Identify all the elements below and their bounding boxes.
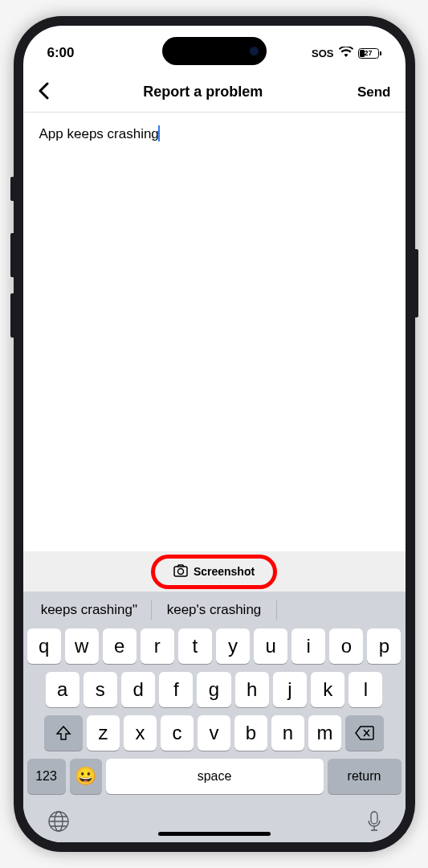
- key-emoji[interactable]: 😀: [70, 759, 102, 794]
- dynamic-island: [162, 37, 267, 65]
- problem-text-input[interactable]: App keeps crashing: [39, 125, 160, 142]
- key-u[interactable]: u: [254, 628, 287, 664]
- svg-point-1: [177, 568, 183, 574]
- battery-percent: 27: [364, 49, 372, 57]
- screenshot-toolbar: Screenshot: [23, 551, 406, 592]
- page-title: Report a problem: [143, 84, 263, 100]
- keyboard-footer: [23, 802, 406, 836]
- home-indicator[interactable]: [158, 832, 271, 836]
- key-space[interactable]: space: [106, 759, 324, 794]
- key-123[interactable]: 123: [27, 759, 66, 794]
- key-c[interactable]: c: [161, 715, 194, 751]
- key-row-3: z x c v b n m: [23, 715, 406, 751]
- silent-switch: [10, 177, 14, 201]
- key-delete[interactable]: [345, 715, 384, 751]
- key-q[interactable]: q: [27, 628, 61, 664]
- front-camera: [250, 47, 259, 55]
- key-m[interactable]: m: [308, 715, 341, 751]
- problem-description-area[interactable]: App keeps crashing: [23, 113, 406, 551]
- navigation-bar: Report a problem Send: [23, 72, 406, 113]
- key-j[interactable]: j: [273, 672, 307, 707]
- key-v[interactable]: v: [198, 715, 230, 751]
- key-n[interactable]: n: [271, 715, 304, 751]
- key-o[interactable]: o: [329, 628, 363, 664]
- key-h[interactable]: h: [235, 672, 269, 707]
- key-return[interactable]: return: [328, 759, 402, 794]
- suggestion-2[interactable]: keep's crashing: [152, 602, 276, 618]
- globe-icon[interactable]: [47, 810, 70, 836]
- key-f[interactable]: f: [159, 672, 193, 707]
- screenshot-button[interactable]: Screenshot: [159, 559, 269, 585]
- phone-screen: 6:00 SOS 27 Report a problem: [23, 26, 406, 842]
- key-e[interactable]: e: [103, 628, 137, 664]
- key-k[interactable]: k: [311, 672, 344, 707]
- power-button: [415, 249, 418, 317]
- battery-indicator: 27: [358, 48, 381, 59]
- key-s[interactable]: s: [84, 672, 117, 707]
- key-l[interactable]: l: [349, 672, 382, 707]
- back-button[interactable]: [38, 82, 49, 103]
- send-button[interactable]: Send: [357, 84, 391, 100]
- key-p[interactable]: p: [367, 628, 401, 664]
- text-cursor: [158, 125, 160, 141]
- volume-down-button: [10, 293, 14, 338]
- key-x[interactable]: x: [124, 715, 157, 751]
- status-time: 6:00: [47, 45, 75, 61]
- suggestion-1[interactable]: keeps crashing": [27, 602, 152, 618]
- key-a[interactable]: a: [46, 672, 79, 707]
- key-g[interactable]: g: [197, 672, 230, 707]
- mic-icon[interactable]: [367, 811, 381, 835]
- status-right: SOS 27: [312, 46, 381, 60]
- key-z[interactable]: z: [87, 715, 120, 751]
- key-row-bottom: 123 😀 space return: [23, 759, 406, 794]
- key-r[interactable]: r: [141, 628, 174, 664]
- phone-frame: 6:00 SOS 27 Report a problem: [14, 16, 415, 852]
- key-y[interactable]: y: [216, 628, 250, 664]
- key-i[interactable]: i: [291, 628, 325, 664]
- key-w[interactable]: w: [65, 628, 99, 664]
- camera-icon: [173, 564, 188, 579]
- key-row-1: q w e r t y u i o p: [23, 628, 406, 664]
- key-row-2: a s d f g h j k l: [23, 672, 406, 707]
- svg-rect-4: [371, 812, 377, 824]
- key-t[interactable]: t: [178, 628, 212, 664]
- key-b[interactable]: b: [234, 715, 267, 751]
- suggestion-bar: keeps crashing" keep's crashing: [23, 592, 406, 628]
- wifi-icon: [339, 46, 353, 60]
- key-d[interactable]: d: [121, 672, 155, 707]
- screenshot-label: Screenshot: [194, 565, 255, 578]
- key-shift[interactable]: [44, 715, 83, 751]
- keyboard: keeps crashing" keep's crashing q w e r …: [23, 592, 406, 842]
- volume-up-button: [10, 233, 14, 277]
- status-sos-indicator: SOS: [312, 47, 333, 59]
